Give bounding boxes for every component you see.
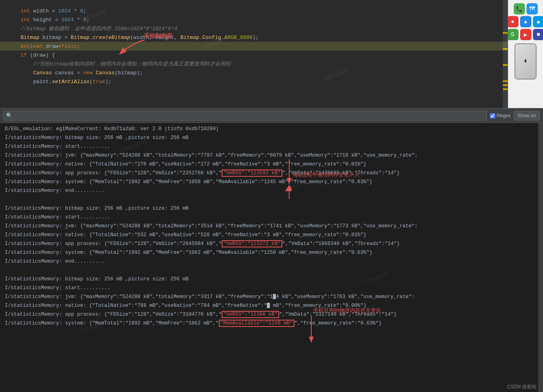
log-line-13: I/statisticsMemory: app process: {"FDSiz… — [0, 239, 543, 248]
phone-icon-app3: ◆ — [533, 16, 543, 27]
phone-icon-row-1: 📞 🗺 — [514, 3, 538, 14]
log-line-21: I/statisticsMemory: app process: {"FDSiz… — [0, 310, 543, 319]
show-on-button[interactable]: Show on — [514, 111, 540, 120]
log-line-3: I/statisticsMemory: jvm: {"maxMemory":"5… — [0, 151, 543, 160]
log-line-19: I/statisticsMemory: jvm: {"maxMemory":"5… — [0, 292, 543, 301]
highlight-memavailable: "MemAvailable":"1249 mB" — [219, 320, 294, 327]
regex-label: Regex — [497, 113, 511, 118]
log-line-15: I/statisticsMemory: end.......... — [0, 257, 543, 266]
log-line-blank2 — [0, 266, 543, 275]
code-line-9: paint.setAntiAlias(true); — [0, 77, 543, 86]
search-bar: 🔍 Regex Show on — [0, 108, 543, 123]
log-line-4: I/statisticsMemory: native: {"TotalNativ… — [0, 160, 543, 169]
log-line-10: I/statisticsMemory: start.......... — [0, 213, 543, 222]
code-line-7: //当给bitmap绘制内容时，物理内存会增加；物理内存是当真正需要使用时才会用… — [0, 59, 543, 68]
phone-screen: 📱 — [515, 44, 536, 79]
log-line-2: I/statisticsMemory: start.......... — [0, 142, 543, 151]
phone-icon-phone: 📞 — [514, 3, 525, 14]
highlight-vmrss-3: "VmRSS":"11366 kB" — [222, 311, 279, 318]
code-editor: int width = 1024 * 8; int height = 1024 … — [0, 0, 543, 108]
phone-icon-row-2: ● ▲ ◆ — [508, 16, 543, 27]
log-line-9: I/statisticsMemory: bitmap size: 256 mB … — [0, 204, 543, 213]
log-section: D/EGL_emulation: eglMakeCurrent: 0xdb71a… — [0, 123, 543, 392]
log-line-7: I/statisticsMemory: end.......... — [0, 186, 543, 195]
regex-checkbox[interactable] — [490, 113, 495, 118]
log-line-11: I/statisticsMemory: jvm: {"maxMemory":"5… — [0, 222, 543, 231]
log-line-14: I/statisticsMemory: system: {"MemTotal":… — [0, 248, 543, 257]
log-line-0: D/EGL_emulation: eglMakeCurrent: 0xdb71a… — [0, 125, 543, 133]
phone-panel: 📞 🗺 ● ▲ ◆ G ▶ ■ 📱 — [508, 0, 543, 108]
phone-device: 📱 — [514, 43, 537, 80]
log-line-12: I/statisticsMemory: native: {"TotalNativ… — [0, 231, 543, 239]
search-magnifier-icon: 🔍 — [6, 112, 12, 119]
search-input[interactable] — [14, 113, 484, 118]
csdn-footer: CSDN @新程 — [507, 384, 537, 390]
code-line-4: Bitmap bitmap = Bitmap.createBitmap(widt… — [0, 33, 543, 42]
phone-icon-app1: ● — [508, 16, 519, 27]
code-line-2: int height = 1024 * 8; — [0, 15, 543, 24]
regex-checkbox-label[interactable]: Regex — [490, 113, 511, 118]
log-line-1: I/statisticsMemory: bitmap size: 256 mB … — [0, 133, 543, 142]
log-line-22: I/statisticsMemory: system: {"MemTotal":… — [0, 319, 543, 328]
code-line-6: if (draw) { — [0, 51, 543, 59]
log-scroll-marks — [538, 123, 543, 392]
highlight-vmrss-1: "VmRSS":"113592 kB" — [222, 169, 282, 177]
phone-icon-map: 🗺 — [527, 3, 538, 14]
code-line-5: boolean draw=false; — [0, 42, 543, 51]
search-input-wrapper[interactable]: 🔍 — [3, 111, 487, 120]
log-line-6: I/statisticsMemory: system: {"MemTotal":… — [0, 178, 543, 186]
code-line-1: int width = 1024 * 8; — [0, 6, 543, 15]
phone-icon-r: ▶ — [520, 29, 531, 40]
highlight-vmrss-2: "VmRSS":"113272 kB" — [222, 240, 282, 247]
log-line-18: I/statisticsMemory: start.......... — [0, 284, 543, 292]
log-line-5: I/statisticsMemory: app process: {"FDSiz… — [0, 169, 543, 178]
phone-icon-b: ■ — [533, 29, 543, 40]
code-line-8: Canvas canvas = new Canvas(bitmap); — [0, 68, 543, 77]
phone-icon-app2: ▲ — [520, 16, 531, 27]
code-line-3: //bitmap 被创建时，会申请虚拟内存 256m=1024*8*1024*8… — [0, 24, 543, 33]
log-line-20: I/statisticsMemory: native: {"TotalNativ… — [0, 301, 543, 310]
phone-icon-row-3: G ▶ ■ — [508, 29, 543, 40]
phone-icon-g: G — [508, 29, 519, 40]
log-line-blank1 — [0, 195, 543, 204]
log-line-17: I/statisticsMemory: bitmap size: 256 mB … — [0, 275, 543, 284]
